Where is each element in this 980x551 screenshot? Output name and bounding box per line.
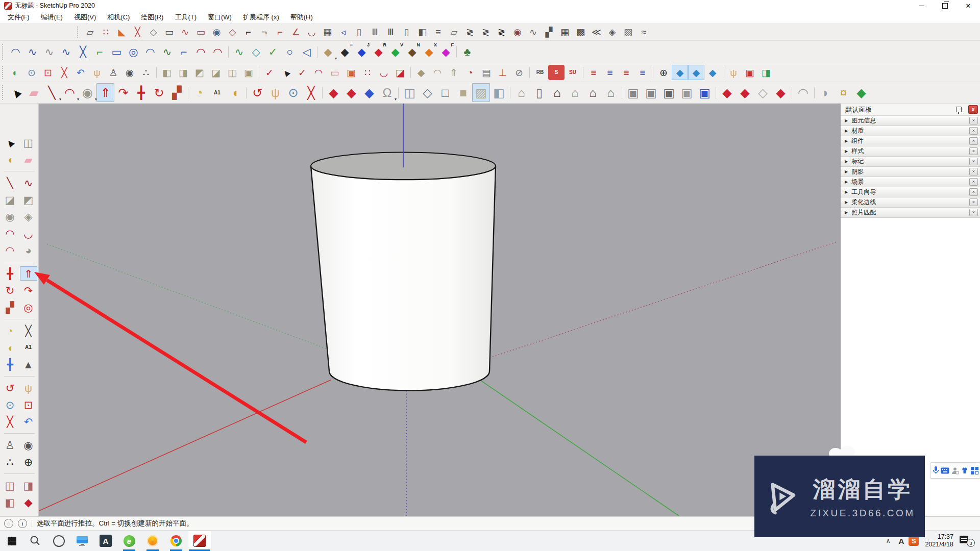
scale-tool[interactable]: ▞ [2, 300, 19, 314]
component-blue-button[interactable]: ◆ [360, 83, 378, 102]
wrench-icon[interactable]: ✓ [264, 43, 281, 61]
pushpull-r-icon[interactable]: ◆ [370, 43, 387, 61]
cylinder-body[interactable] [311, 166, 496, 390]
poly-dot-icon[interactable]: ◇ [248, 43, 264, 61]
cortana-button[interactable] [47, 531, 70, 551]
restore-button[interactable] [933, 0, 957, 11]
text-tool[interactable]: A1 [20, 340, 37, 355]
section-close-button[interactable]: × [969, 188, 978, 196]
pushpull-x-icon[interactable]: ◆ [421, 43, 437, 61]
circle-button[interactable]: ◉ [79, 83, 96, 102]
layer-stack-red2-icon[interactable]: ≡ [618, 65, 634, 80]
two-point-arc-tool[interactable]: ◡ [20, 226, 37, 240]
angle-icon[interactable]: ∠ [288, 26, 304, 39]
blue-face3-icon[interactable]: ◆ [704, 65, 721, 80]
bezier-n2-icon[interactable]: ∿ [58, 43, 75, 61]
expand-caret-icon[interactable]: ▶ [845, 139, 848, 143]
arc-red2-icon[interactable]: ◠ [209, 43, 226, 61]
start-button[interactable] [0, 531, 23, 551]
dial-icon[interactable]: ◔ [462, 65, 478, 80]
position-camera-icon[interactable]: ♙ [105, 65, 121, 80]
layer-stack-red-icon[interactable]: ≡ [585, 65, 602, 80]
offset-tool[interactable]: ◎ [20, 300, 37, 314]
sphere-mod-icon[interactable]: ◉ [209, 26, 225, 39]
tape-measure-button[interactable]: ◔ [190, 83, 208, 102]
modeling-viewport[interactable] [39, 104, 841, 516]
gem-red-button[interactable]: ◆ [772, 83, 790, 102]
skin-shirt-icon[interactable] [961, 467, 969, 474]
solid-union-icon[interactable]: ◧ [159, 65, 175, 80]
freehand-smudge-icon[interactable]: ∿ [41, 43, 58, 61]
move-button[interactable]: ╋ [132, 83, 150, 102]
bag-button[interactable]: ¤ [835, 83, 852, 102]
eraser-tool[interactable]: ▰ [20, 152, 37, 166]
solid-subtract-icon[interactable]: ◨ [175, 65, 191, 80]
panel-close-button[interactable]: x [968, 105, 978, 114]
zoom-extents-icon[interactable]: ╳ [56, 65, 72, 80]
gem-tool[interactable]: ◆ [20, 495, 37, 509]
rectangle-tool[interactable]: ◪ [2, 192, 19, 207]
roller-icon[interactable]: ⊘ [511, 65, 527, 80]
paint-bucket-tool[interactable]: ◖ [2, 152, 19, 166]
circle-tool[interactable]: ◉ [2, 209, 19, 223]
panel-section-entity-info[interactable]: ▶ 图元信息 × [841, 116, 980, 126]
blue-face2-icon[interactable]: ◆ [688, 65, 704, 80]
component-gem2-button[interactable]: ◆ [342, 83, 360, 102]
menu-help[interactable]: 帮助(H) [285, 11, 318, 23]
expand-caret-icon[interactable]: ▶ [845, 149, 848, 154]
curve-n-icon[interactable]: ∿ [159, 43, 176, 61]
ramp-icon[interactable]: ▞ [541, 26, 557, 39]
red-box-icon[interactable]: ▭ [193, 26, 209, 39]
teardrop-icon[interactable]: ◁ [298, 43, 315, 61]
solid-trim-icon[interactable]: ◩ [191, 65, 208, 80]
zoom-window-tool[interactable]: ⊡ [20, 397, 37, 412]
polygon-tool[interactable]: ◈ [20, 209, 37, 223]
twist-arrow-icon[interactable]: ≈ [636, 26, 652, 39]
rb-icon[interactable]: RB [532, 65, 548, 80]
spiral-icon[interactable]: ◎ [125, 43, 142, 61]
solid-intersect-icon[interactable]: ◪ [208, 65, 224, 80]
follow-me-tool[interactable]: ↷ [20, 283, 37, 297]
expand-caret-icon[interactable]: ▶ [845, 159, 848, 164]
autocad-app-button[interactable]: A [94, 531, 117, 551]
toolbar-drag-handle[interactable] [2, 66, 5, 79]
red-stamp-icon[interactable]: ▣ [742, 65, 758, 80]
orbit-button[interactable]: ↺ [249, 83, 266, 102]
tray-sogou-icon[interactable]: S [909, 536, 919, 546]
task-view-button[interactable] [70, 531, 94, 551]
rotate-tool[interactable]: ↻ [2, 283, 19, 297]
layer-stack-blue2-icon[interactable]: ≡ [634, 65, 651, 80]
expand-caret-icon[interactable]: ▶ [845, 200, 848, 205]
menu-draw[interactable]: 绘图(R) [135, 11, 169, 23]
arc-button[interactable]: ◠ [61, 83, 79, 102]
s4u-icon[interactable]: S [548, 65, 565, 80]
menu-extensions[interactable]: 扩展程序 (x) [237, 11, 285, 23]
section-close-button[interactable]: × [969, 127, 978, 135]
pushpull-plus-icon[interactable]: ◆ [320, 43, 336, 61]
zoom-extents-tool[interactable]: ╳ [2, 414, 19, 429]
zoom-extents-button[interactable]: ╳ [302, 83, 320, 102]
axes-tool[interactable]: ╋ [2, 357, 19, 371]
corner-line-alt-icon[interactable]: ¬ [256, 26, 272, 39]
select-check-icon[interactable]: ✓ [261, 65, 278, 80]
component-pair-button[interactable]: ▣ [624, 83, 642, 102]
pushpull-eq-icon[interactable]: ◆ [336, 43, 353, 61]
compass-icon[interactable]: ⊕ [655, 65, 672, 80]
panel-section-scenes[interactable]: ▶ 场景 × [841, 177, 980, 187]
ribbon-curve-icon[interactable]: ∿ [177, 26, 193, 39]
grid-band-icon[interactable]: ▦ [320, 26, 335, 39]
chain-dots-icon[interactable]: ∷ [359, 65, 376, 80]
select-tool[interactable]: ▲ [2, 135, 19, 149]
position-camera-tool[interactable]: ♙ [2, 438, 19, 452]
cursor-check-icon[interactable]: ✓ [294, 65, 310, 80]
expand-caret-icon[interactable]: ▶ [845, 210, 848, 215]
zoom-button[interactable]: ⊙ [284, 83, 302, 102]
pushpull-j-icon[interactable]: ◆ [353, 43, 370, 61]
pushpull-f-icon[interactable]: ◆ [437, 43, 454, 61]
pan-tool[interactable]: ψ [20, 381, 37, 395]
vertex-chain-icon[interactable]: ∷ [98, 26, 114, 39]
arc-flip-icon[interactable]: ◡ [376, 65, 392, 80]
bezier-n-icon[interactable]: ∿ [24, 43, 41, 61]
pie-tool[interactable]: ◕ [20, 243, 37, 257]
toolbar-drag-handle[interactable] [77, 27, 80, 38]
